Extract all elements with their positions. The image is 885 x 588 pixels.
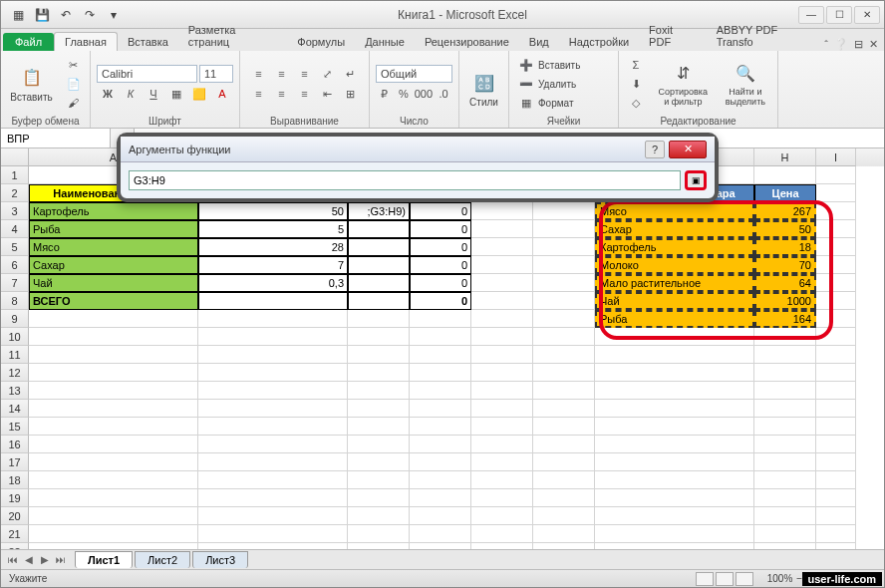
cell[interactable]: 267 [754, 202, 816, 220]
cell[interactable] [29, 400, 198, 418]
cell[interactable]: 164 [754, 310, 816, 328]
cell[interactable]: Сахар [29, 256, 198, 274]
cell[interactable] [816, 202, 856, 220]
pagelayout-view-button[interactable] [716, 572, 734, 586]
cell[interactable]: 18 [754, 238, 816, 256]
cell[interactable] [816, 292, 856, 310]
row-header[interactable]: 17 [1, 453, 29, 471]
cell[interactable]: 0 [410, 238, 471, 256]
cell[interactable] [471, 400, 533, 418]
close-button[interactable]: ✕ [854, 6, 880, 24]
cell[interactable]: Мясо [595, 202, 754, 220]
cell[interactable] [198, 364, 348, 382]
file-tab[interactable]: Файл [3, 33, 54, 51]
tab-formulas[interactable]: Формулы [287, 33, 355, 51]
cell[interactable] [410, 453, 471, 471]
cell[interactable] [198, 418, 348, 436]
cell[interactable] [816, 436, 856, 453]
copy-icon[interactable]: 📄 [63, 75, 85, 93]
cell[interactable] [348, 489, 410, 507]
range-input[interactable] [129, 170, 681, 190]
cell[interactable]: Молоко [595, 256, 754, 274]
cell[interactable] [29, 346, 198, 364]
cell[interactable]: 28 [198, 238, 348, 256]
cell[interactable] [471, 436, 533, 453]
cell[interactable] [348, 346, 410, 364]
cell[interactable] [471, 489, 533, 507]
cell[interactable] [471, 471, 533, 489]
cell[interactable] [754, 400, 816, 418]
cell[interactable] [471, 220, 533, 238]
cell[interactable] [595, 436, 754, 453]
cell[interactable]: Сахар [595, 220, 754, 238]
cell[interactable] [471, 202, 533, 220]
insert-cells-button[interactable]: ➕ [515, 56, 537, 74]
sheet-tab[interactable]: Лист1 [75, 551, 133, 568]
align-bottom-button[interactable]: ≡ [294, 65, 316, 83]
row-header[interactable]: 21 [1, 525, 29, 543]
cell[interactable] [595, 328, 754, 346]
clear-button[interactable]: ◇ [625, 94, 647, 112]
cell[interactable] [410, 310, 471, 328]
cell[interactable]: 0 [410, 220, 471, 238]
cell[interactable]: 0,3 [198, 274, 348, 292]
cell[interactable] [533, 364, 595, 382]
cell[interactable] [29, 471, 198, 489]
col-header[interactable]: H [754, 148, 816, 166]
row-header[interactable]: 7 [1, 274, 29, 292]
comma-button[interactable]: 000 [414, 85, 434, 103]
cell[interactable] [816, 471, 856, 489]
paste-button[interactable]: 📋 Вставить [6, 64, 56, 105]
cell[interactable] [348, 328, 410, 346]
font-name-select[interactable]: Calibri [97, 65, 197, 83]
cell[interactable] [198, 400, 348, 418]
cell[interactable] [595, 346, 754, 364]
cell[interactable]: 0 [410, 256, 471, 274]
cell[interactable] [816, 507, 856, 525]
cell[interactable] [816, 453, 856, 471]
align-center-button[interactable]: ≡ [271, 85, 293, 103]
cell[interactable] [595, 418, 754, 436]
pagebreak-view-button[interactable] [736, 572, 753, 586]
tab-review[interactable]: Рецензирование [415, 33, 519, 51]
cell[interactable] [348, 220, 410, 238]
window-close-icon[interactable]: ✕ [869, 38, 878, 51]
cell[interactable] [816, 364, 856, 382]
cell[interactable] [816, 274, 856, 292]
bold-button[interactable]: Ж [97, 85, 119, 103]
currency-button[interactable]: ₽ [376, 85, 394, 103]
cell[interactable] [754, 382, 816, 400]
cell[interactable]: Рыба [29, 220, 198, 238]
percent-button[interactable]: % [395, 85, 413, 103]
cell[interactable] [348, 507, 410, 525]
row-header[interactable]: 10 [1, 328, 29, 346]
row-header[interactable]: 16 [1, 436, 29, 453]
cell[interactable] [410, 436, 471, 453]
cell[interactable] [410, 382, 471, 400]
row-header[interactable]: 11 [1, 346, 29, 364]
row-header[interactable]: 20 [1, 507, 29, 525]
prev-sheet-button[interactable]: ◀ [21, 554, 37, 565]
cell[interactable] [410, 525, 471, 543]
cell[interactable] [348, 310, 410, 328]
cell[interactable] [198, 489, 348, 507]
tab-view[interactable]: Вид [519, 33, 559, 51]
name-box[interactable]: ВПР [1, 129, 111, 147]
cell[interactable] [410, 418, 471, 436]
qat-dropdown-icon[interactable]: ▾ [103, 4, 125, 26]
cell[interactable] [348, 525, 410, 543]
cut-icon[interactable]: ✂ [63, 56, 85, 74]
cell[interactable] [595, 471, 754, 489]
cell[interactable] [754, 418, 816, 436]
cell[interactable]: 50 [754, 220, 816, 238]
cell[interactable] [410, 507, 471, 525]
cell[interactable]: Чай [595, 292, 754, 310]
find-button[interactable]: 🔍 Найти и выделить [720, 59, 771, 109]
wrap-text-button[interactable]: ↵ [340, 65, 362, 83]
col-header[interactable]: I [816, 148, 856, 166]
window-restore-icon[interactable]: ⊟ [854, 38, 863, 51]
cell[interactable] [471, 418, 533, 436]
row-header[interactable]: 4 [1, 220, 29, 238]
autosum-button[interactable]: Σ [625, 56, 647, 74]
cell[interactable]: 5 [198, 220, 348, 238]
